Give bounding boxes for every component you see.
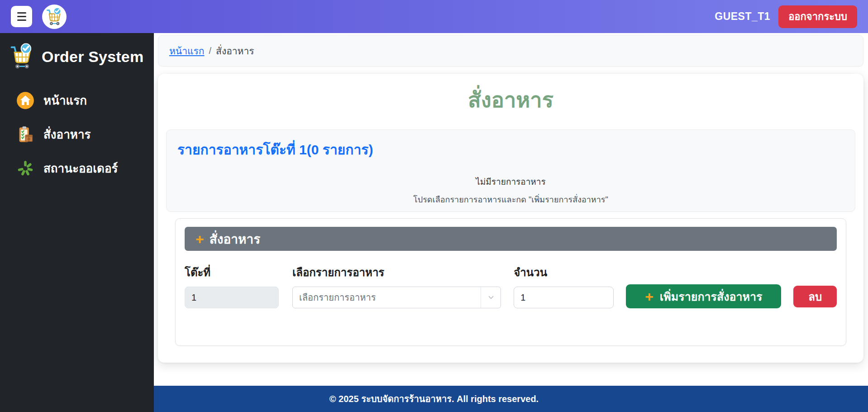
breadcrumb-home-link[interactable]: หน้าแรก <box>169 43 205 58</box>
plus-icon: + <box>645 289 653 304</box>
logged-in-username: GUEST_T1 <box>715 10 770 23</box>
breadcrumb-current: สั่งอาหาร <box>216 43 254 58</box>
plus-icon: + <box>196 232 204 246</box>
sidebar-item-label: สั่งอาหาร <box>43 125 91 144</box>
app-logo <box>42 5 67 29</box>
add-order-button-label: เพิ่มรายการสั่งอาหาร <box>660 287 763 306</box>
sidebar-toggle-button[interactable] <box>11 6 32 27</box>
menu-select-placeholder: เลือกรายการอาหาร <box>293 290 481 305</box>
order-list-header: รายการอาหารโต๊ะที่ 1(0 รายการ) <box>177 139 844 160</box>
quantity-field: จำนวน <box>514 263 614 308</box>
sidebar-item-label: สถานะออเดอร์ <box>43 159 118 177</box>
cart-logo-icon <box>8 43 35 70</box>
menu-select[interactable]: เลือกรายการอาหาร <box>292 287 501 308</box>
main-panel: สั่งอาหาร รายการอาหารโต๊ะที่ 1(0 รายการ)… <box>158 74 863 363</box>
empty-state-hint: โปรดเลือกรายการอาหารและกด "เพิ่มรายการสั… <box>177 193 844 206</box>
order-form-row: โต๊ะที่ เลือกรายการอาหาร เลือกรายการอาหา… <box>185 263 837 308</box>
sidebar-item-order[interactable]: สั่งอาหาร <box>0 120 154 148</box>
delete-button[interactable]: ลบ <box>793 286 837 307</box>
page-title: สั่งอาหาร <box>166 83 855 117</box>
order-form-card: + สั่งอาหาร โต๊ะที่ เลือกรายการอาหาร เลื… <box>175 218 846 346</box>
topbar: GUEST_T1 ออกจากระบบ <box>0 0 868 33</box>
menu-select-label: เลือกรายการอาหาร <box>292 263 501 281</box>
order-form-header-label: สั่งอาหาร <box>210 229 261 249</box>
sidebar-item-order-status[interactable]: สถานะออเดอร์ <box>0 154 154 182</box>
sidebar-brand: Order System <box>0 33 154 75</box>
table-number-field: โต๊ะที่ <box>185 263 279 308</box>
empty-state-title: ไม่มีรายการอาหาร <box>177 175 844 188</box>
menu-select-field: เลือกรายการอาหาร เลือกรายการอาหาร <box>292 263 501 308</box>
app-title: Order System <box>42 48 143 66</box>
quantity-label: จำนวน <box>514 263 614 281</box>
sidebar-nav: หน้าแรก สั่งอาหาร <box>0 86 154 182</box>
quantity-input[interactable] <box>514 287 614 308</box>
sidebar-item-label: หน้าแรก <box>43 91 87 110</box>
main-content: หน้าแรก / สั่งอาหาร สั่งอาหาร รายการอาหา… <box>154 33 868 386</box>
order-list-empty-state: ไม่มีรายการอาหาร โปรดเลือกรายการอาหารและ… <box>177 175 844 206</box>
home-icon <box>16 91 34 110</box>
logout-button[interactable]: ออกจากระบบ <box>778 5 857 28</box>
add-order-button[interactable]: + เพิ่มรายการสั่งอาหาร <box>626 284 781 308</box>
hamburger-icon <box>17 12 26 14</box>
chevron-down-icon <box>481 287 501 308</box>
order-form-header: + สั่งอาหาร <box>185 227 837 251</box>
order-clipboard-icon <box>16 125 34 144</box>
sidebar-item-home[interactable]: หน้าแรก <box>0 86 154 114</box>
status-spinner-icon <box>16 159 34 177</box>
breadcrumb: หน้าแรก / สั่งอาหาร <box>158 35 863 67</box>
order-list-card: รายการอาหารโต๊ะที่ 1(0 รายการ) ไม่มีรายก… <box>166 129 855 212</box>
cart-logo-icon <box>45 7 64 26</box>
sidebar: Order System หน้าแรก <box>0 33 154 412</box>
table-number-input[interactable] <box>185 287 279 308</box>
table-number-label: โต๊ะที่ <box>185 263 279 281</box>
breadcrumb-separator: / <box>209 46 212 56</box>
copyright-text: © 2025 ระบบจัดการร้านอาหาร. All rights r… <box>329 392 539 406</box>
